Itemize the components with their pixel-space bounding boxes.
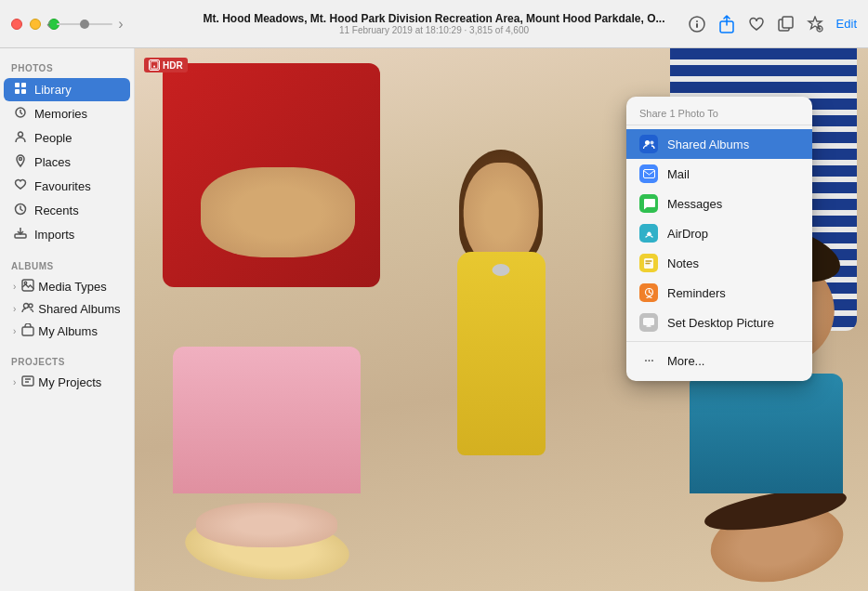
minimize-button[interactable] [30,19,41,30]
library-icon [13,82,28,98]
sidebar-group-my-projects[interactable]: › My Projects [4,372,130,393]
svg-text:♦: ♦ [153,63,156,69]
media-types-chevron: › [13,282,16,292]
my-albums-icon [21,323,34,339]
sidebar-group-shared-albums-label: Shared Albums [38,302,120,316]
dropdown-item-shared-albums[interactable]: Shared Albums [626,129,812,159]
enhance-icon[interactable] [807,16,823,33]
sidebar-item-imports[interactable]: Imports [4,223,130,246]
notes-di-icon [639,254,658,272]
svg-point-13 [20,158,22,161]
sidebar-group-my-albums-label: My Albums [38,324,98,338]
svg-rect-30 [643,318,654,325]
notes-dropdown-label: Notes [667,256,699,270]
svg-point-24 [645,140,650,145]
airdrop-dropdown-label: AirDrop [667,227,708,241]
sidebar-item-library[interactable]: Library [4,78,130,101]
sidebar-item-places-label: Places [34,155,71,169]
sidebar-item-memories-label: Memories [34,107,87,121]
nav-controls: ‹ › [46,16,124,33]
my-albums-chevron: › [13,326,16,336]
imports-icon [13,227,28,243]
dropdown-item-more[interactable]: ··· More... [626,346,812,375]
nav-slider-dot [80,20,89,29]
sidebar-item-people-label: People [34,131,72,145]
more-di-icon: ··· [639,351,658,370]
main-content: Photos Library Memories [0,48,868,591]
sidebar-group-my-albums[interactable]: › My Albums [4,321,130,342]
places-icon [13,154,28,170]
sidebar: Photos Library Memories [0,48,135,591]
duplicate-icon[interactable] [778,16,794,32]
svg-rect-2 [696,23,698,28]
photo-area: ♦ HDR Share 1 Photo To Shared Albums [135,48,868,591]
sidebar-item-favourites[interactable]: Favourites [4,175,130,198]
edit-button[interactable]: Edit [836,17,857,31]
dropdown-divider [626,341,812,342]
svg-rect-26 [643,170,654,178]
shared-albums-dropdown-label: Shared Albums [667,138,749,151]
dropdown-item-reminders[interactable]: Reminders [626,278,812,308]
svg-rect-7 [15,83,20,87]
mail-di-icon [639,164,658,183]
projects-section-title: Projects [0,349,134,371]
hdr-label: HDR [163,60,183,71]
svg-point-1 [696,20,698,22]
photos-section-title: Photos [0,56,134,77]
messages-di-icon [639,194,658,213]
favourites-icon [13,178,28,194]
shared-albums-di-icon [639,135,658,153]
nav-slider[interactable] [57,23,112,25]
shared-albums-chevron: › [13,304,16,314]
sidebar-item-recents-label: Recents [34,204,79,217]
my-projects-chevron: › [13,377,16,387]
svg-rect-5 [783,17,793,28]
hdr-badge: ♦ HDR [144,58,188,72]
svg-rect-9 [15,89,20,94]
sidebar-item-memories[interactable]: Memories [4,102,130,125]
albums-section-title: Albums [0,254,134,275]
forward-button[interactable]: › [118,16,123,33]
svg-point-12 [19,132,23,137]
dropdown-item-messages[interactable]: Messages [626,189,812,218]
set-desktop-di-icon [639,313,658,332]
sidebar-group-media-types[interactable]: › Media Types [4,276,130,297]
mail-dropdown-label: Mail [667,167,690,181]
svg-rect-10 [21,89,26,94]
recents-icon [13,203,28,218]
title-area: Mt. Hood Meadows, Mt. Hood Park Division… [204,12,665,35]
sidebar-item-people[interactable]: People [4,126,130,150]
heart-icon[interactable] [748,17,765,32]
sidebar-group-my-projects-label: My Projects [38,375,101,389]
share-icon[interactable] [718,15,735,33]
dropdown-item-notes[interactable]: Notes [626,248,812,278]
svg-rect-8 [21,83,26,87]
close-button[interactable] [11,19,22,30]
dropdown-header: Share 1 Photo To [626,102,812,125]
photo-title: Mt. Hood Meadows, Mt. Hood Park Division… [204,12,665,25]
media-types-icon [21,279,34,295]
svg-rect-20 [22,327,33,335]
more-dropdown-label: More... [667,354,704,368]
sidebar-item-imports-label: Imports [34,228,74,242]
messages-dropdown-label: Messages [667,197,722,211]
dropdown-item-mail[interactable]: Mail [626,159,812,189]
info-icon[interactable] [689,16,705,33]
airdrop-di-icon [639,224,658,243]
people-icon [13,130,28,146]
sidebar-item-recents[interactable]: Recents [4,199,130,222]
back-button[interactable]: ‹ [46,16,51,33]
reminders-dropdown-label: Reminders [667,286,726,300]
dropdown-item-set-desktop[interactable]: Set Desktop Picture [626,308,812,337]
sidebar-item-places[interactable]: Places [4,151,130,174]
sidebar-item-favourites-label: Favourites [34,179,91,193]
sidebar-group-shared-albums[interactable]: › Shared Albums [4,298,130,320]
set-desktop-dropdown-label: Set Desktop Picture [667,316,774,330]
svg-point-19 [29,304,33,308]
toolbar-right: Edit [689,15,857,33]
svg-rect-21 [22,376,33,386]
titlebar: ‹ › Mt. Hood Meadows, Mt. Hood Park Divi… [0,0,868,48]
sidebar-group-media-types-label: Media Types [38,280,106,294]
dropdown-item-airdrop[interactable]: AirDrop [626,218,812,248]
shared-albums-icon [21,301,34,317]
